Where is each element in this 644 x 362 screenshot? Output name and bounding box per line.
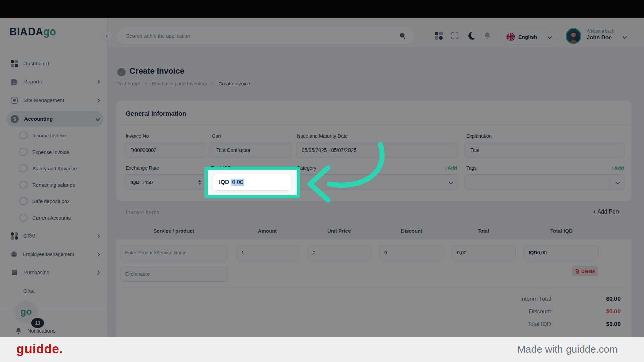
apps-grid-icon[interactable]: [435, 32, 443, 40]
unit-price-input[interactable]: 0: [308, 245, 371, 260]
sidebar-item-remaining-salaries[interactable]: Remaining salaries: [19, 178, 100, 191]
discount-value: 0: [384, 250, 387, 255]
general-information-card: General Information Invoice No Cari Issu…: [116, 101, 631, 201]
tags-select[interactable]: [465, 174, 625, 190]
tags-add-link[interactable]: +Add: [611, 165, 624, 171]
section-heading: General Information: [126, 110, 186, 117]
fullscreen-icon[interactable]: [451, 32, 459, 40]
radio-circle-icon: [19, 148, 28, 156]
amount-input[interactable]: 1: [236, 245, 300, 260]
col-service-product: Service / product: [137, 228, 211, 234]
dollar-circle-icon: $: [11, 115, 19, 123]
issue-maturity-value: 05/05/2025 - 05/07/2025: [302, 147, 356, 153]
discount-input[interactable]: 0: [379, 245, 443, 260]
user-avatar[interactable]: [566, 28, 581, 44]
sidebar-item-label: Accounting: [24, 116, 91, 122]
invoice-items-heading: Invoice Items: [126, 209, 159, 216]
bell-icon[interactable]: [484, 32, 491, 40]
discount-total-value: -$0.00: [553, 308, 621, 315]
add-pen-button[interactable]: + Add Pen: [593, 208, 619, 215]
breadcrumb-separator: •: [212, 81, 214, 86]
interim-total-label: Interim Total: [470, 296, 551, 302]
sidebar-item-reports[interactable]: Reports: [7, 74, 103, 89]
chevron-right-icon: [96, 98, 100, 103]
sidebar-item-label: Site Management: [23, 97, 91, 103]
invoice-no-value: D00000002: [130, 147, 157, 153]
page-title: Create Invoice: [129, 66, 184, 76]
made-with-guidde-text: Made with guidde.com: [517, 344, 618, 355]
exchange-rate-field[interactable]: IQD 1450: [125, 174, 207, 190]
sidebar-item-label: Reports: [23, 79, 91, 85]
invoice-no-field[interactable]: D00000002: [125, 142, 207, 158]
sidebar-item-expense-invoice[interactable]: Expense Invoice: [19, 145, 100, 159]
sidebar-item-income-invoice[interactable]: Income Invoice: [19, 129, 100, 142]
breadcrumb: Dashboard • Purchasing and Inventory • C…: [116, 81, 250, 86]
bell-icon: [15, 327, 22, 334]
discount-total-label: Discount: [470, 308, 551, 315]
search-input[interactable]: Search within the application: [116, 27, 415, 45]
sidebar-item-salary-advance[interactable]: Salary and Advance: [19, 162, 100, 175]
sidebar-item-purchasing[interactable]: Purchasing: [7, 265, 103, 280]
cari-value: Test Contractor: [216, 147, 251, 153]
explanation-label: Explanation: [466, 133, 492, 139]
radio-circle-icon: [19, 164, 28, 172]
chevron-down-icon: [449, 180, 453, 184]
category-select[interactable]: [296, 174, 458, 190]
chevron-right-icon: [96, 270, 100, 275]
dashboard-grid-icon: [11, 60, 18, 67]
sidebar-item-label: CRM: [23, 233, 91, 239]
sidebar-subitem-label: Expense Invoice: [32, 149, 69, 155]
delete-row-button[interactable]: Delete: [572, 266, 598, 276]
back-button[interactable]: ←: [117, 68, 126, 76]
col-unit-price: Unit Price: [302, 228, 376, 234]
radio-circle-icon: [19, 197, 28, 205]
sidebar-item-crm[interactable]: CRM: [7, 229, 103, 243]
breadcrumb-purchasing-inventory[interactable]: Purchasing and Inventory: [152, 81, 207, 86]
section-divider: [116, 124, 631, 125]
language-selector[interactable]: English: [501, 29, 557, 45]
person-icon: [11, 251, 17, 258]
chevron-down-icon[interactable]: [623, 35, 627, 39]
row-explanation-input[interactable]: Explanation: [120, 266, 228, 282]
sidebar-item-employee-management[interactable]: Employee Management: [7, 247, 103, 262]
invoice-items-table-header: Service / product Amount Unit Price Disc…: [116, 223, 631, 239]
brand-primary: BIADA: [9, 26, 43, 38]
sidebar-item-site-management[interactable]: Site Management: [7, 93, 103, 108]
row-total-iqd-field[interactable]: IQD0,00: [524, 245, 599, 260]
chevron-down-icon: [615, 180, 620, 184]
grand-total-iqd-value: $0.00: [553, 321, 621, 328]
breadcrumb-current: Create Invoice: [219, 81, 250, 86]
issue-maturity-field[interactable]: 05/05/2025 - 05/07/2025: [296, 142, 458, 158]
guidde-footer: guidde. Made with guidde.com: [0, 337, 644, 362]
radio-circle-icon: [19, 214, 28, 222]
top-black-bar: [0, 0, 644, 18]
cari-field[interactable]: Test Contractor: [211, 142, 292, 158]
row-explanation-placeholder: Explanation: [125, 271, 151, 277]
unit-price-value: 0: [313, 250, 315, 255]
row-total-iqd-value: 0,00: [537, 250, 547, 255]
guidde-logo: guidde.: [16, 342, 63, 356]
exchange-rate-currency: IQD: [130, 179, 140, 185]
chevron-right-icon: [96, 252, 100, 257]
sidebar-item-safe-deposit-box[interactable]: Safe deposit box: [19, 194, 100, 208]
sidebar-item-accounting[interactable]: $ Accounting: [7, 111, 103, 127]
product-name-input[interactable]: Enter Product/Service Name: [120, 245, 228, 260]
welcome-text: Welcome back: [587, 29, 614, 34]
explanation-value: Test: [470, 147, 480, 153]
sidebar-subitem-label: Safe deposit box: [32, 198, 70, 204]
sidebar-item-chat[interactable]: Chat: [7, 284, 103, 298]
sidebar-item-notifications[interactable]: Notifications: [15, 327, 55, 334]
sidebar-subitem-label: Income Invoice: [32, 133, 66, 138]
sidebar-item-dashboard[interactable]: Dashboard: [7, 56, 103, 71]
breadcrumb-dashboard[interactable]: Dashboard: [116, 81, 140, 86]
category-add-link[interactable]: +Add: [445, 165, 457, 171]
grand-total-iqd-label: Total IQD: [470, 321, 551, 328]
explanation-field[interactable]: Test: [465, 142, 625, 158]
total-iqd-field[interactable]: IQD 0.00: [213, 174, 291, 191]
dark-mode-moon-icon[interactable]: [467, 31, 476, 40]
sidebar-collapse-button[interactable]: ‹: [102, 30, 112, 41]
user-greeting[interactable]: Welcome back John Doe: [587, 29, 614, 41]
sidebar-item-current-accounts[interactable]: Current Accounts: [19, 211, 100, 224]
number-stepper-icon[interactable]: [198, 180, 201, 185]
total-input[interactable]: 0,00: [452, 245, 516, 260]
